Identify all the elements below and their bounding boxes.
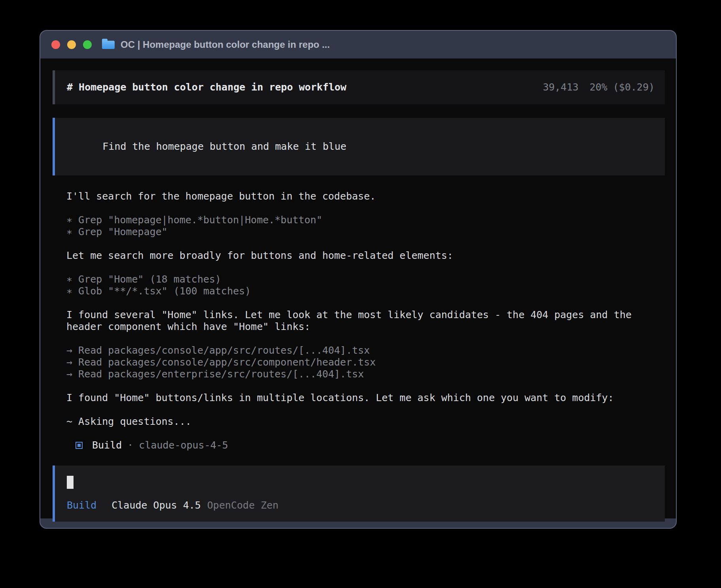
hint-label: agents — [518, 527, 560, 529]
transcript-spacer — [53, 380, 665, 392]
transcript-line: ∗ Glob "**/*.tsx" (100 matches) — [53, 285, 665, 297]
hint-agents: tab agents — [500, 527, 560, 529]
hint-label: commands — [610, 527, 663, 529]
session-title: # Homepage button color change in repo w… — [67, 81, 346, 93]
session-stats: 39,413 20% ($0.29) — [543, 81, 655, 93]
transcript-line: ∗ Grep "Homepage" — [53, 226, 665, 238]
session-cost: ($0.29) — [613, 81, 655, 93]
keyboard-hints: ctrl+t variantstab agentsctrl+p commands — [397, 527, 663, 529]
transcript-spacer — [53, 297, 665, 309]
prompt-input[interactable]: Build Claude Opus 4.5 OpenCode Zen — [53, 466, 665, 522]
terminal-window: OC | Homepage button color change in rep… — [40, 30, 677, 529]
transcript-line: ∗ Grep "Home" (18 matches) — [53, 273, 665, 285]
traffic-lights — [51, 40, 92, 49]
transcript-spacer — [53, 404, 665, 416]
transcript-line: → Read packages/enterprise/src/routes/[.… — [53, 368, 665, 380]
close-button[interactable] — [51, 40, 60, 49]
agent-separator: · — [127, 439, 133, 451]
transcript-spacer — [53, 202, 665, 214]
transcript-spacer — [53, 262, 665, 273]
transcript-line: I found several "Home" links. Let me loo… — [53, 309, 665, 321]
input-meta: Build Claude Opus 4.5 OpenCode Zen — [67, 499, 653, 511]
transcript-spacer — [53, 333, 665, 345]
agent-model: claude-opus-4-5 — [139, 439, 228, 451]
transcript: I'll search for the homepage button in t… — [53, 190, 665, 439]
transcript-line: → Read packages/console/app/src/componen… — [53, 356, 665, 368]
agent-status-row: Build · claude-opus-4-5 — [53, 439, 665, 451]
transcript-line: → Read packages/console/app/src/routes/[… — [53, 345, 665, 356]
hint-key: ctrl+t — [397, 527, 432, 529]
session-header: # Homepage button color change in repo w… — [53, 70, 665, 104]
user-message-text: Find the homepage button and make it blu… — [102, 141, 346, 152]
folder-icon — [102, 41, 115, 49]
status-bar: esc interrupt ctrl+t variantstab agentsc… — [53, 527, 665, 529]
hint-key: tab — [500, 527, 518, 529]
hint-key-esc: esc — [177, 527, 195, 529]
hint-key: ctrl+p — [574, 527, 610, 529]
hint-label: variants — [432, 527, 486, 529]
text-cursor — [67, 476, 74, 489]
terminal-content: # Homepage button color change in repo w… — [40, 58, 676, 518]
window-titlebar[interactable]: OC | Homepage button color change in rep… — [40, 31, 676, 58]
zoom-button[interactable] — [83, 40, 92, 49]
hint-label-interrupt — [196, 527, 202, 529]
user-message: Find the homepage button and make it blu… — [53, 118, 665, 175]
model-label[interactable]: Claude Opus 4.5 — [111, 499, 201, 511]
hint-interrupt: esc interrupt — [130, 515, 255, 529]
token-count: 39,413 — [543, 81, 578, 93]
transcript-line: header component which have "Home" links… — [53, 321, 665, 333]
hint-commands: ctrl+p commands — [574, 527, 663, 529]
hint-variants: ctrl+t variants — [397, 527, 486, 529]
window-title: OC | Homepage button color change in rep… — [121, 39, 330, 50]
minimize-button[interactable] — [67, 40, 76, 49]
transcript-line: Let me search more broadly for buttons a… — [53, 250, 665, 262]
transcript-line: I'll search for the homepage button in t… — [53, 190, 665, 202]
transcript-line: I found "Home" buttons/links in multiple… — [53, 392, 665, 404]
transcript-spacer — [53, 238, 665, 250]
transcript-spacer — [53, 428, 665, 439]
provider-label: OpenCode Zen — [207, 499, 279, 511]
context-percent: 20% — [589, 81, 607, 93]
build-agent-icon — [75, 442, 83, 449]
agent-mode-label[interactable]: Build — [67, 499, 96, 511]
transcript-line: ∗ Grep "homepage|home.*button|Home.*butt… — [53, 214, 665, 226]
transcript-line: ~ Asking questions... — [53, 416, 665, 428]
agent-name: Build — [92, 439, 122, 451]
